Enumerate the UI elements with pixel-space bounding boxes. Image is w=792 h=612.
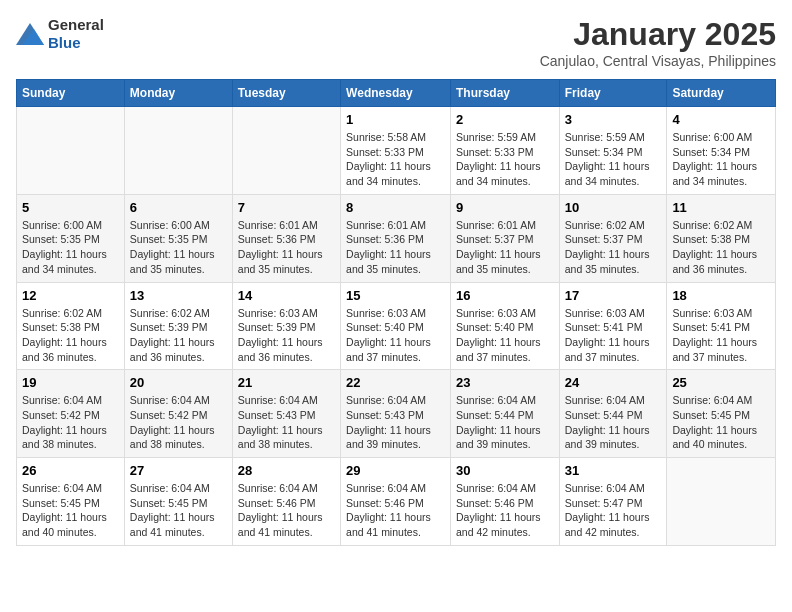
day-detail: Sunrise: 6:04 AMSunset: 5:42 PMDaylight:… xyxy=(130,393,227,452)
calendar-cell: 5Sunrise: 6:00 AMSunset: 5:35 PMDaylight… xyxy=(17,194,125,282)
logo-general: General xyxy=(48,16,104,33)
weekday-header-monday: Monday xyxy=(124,80,232,107)
calendar-cell xyxy=(17,107,125,195)
calendar-cell: 29Sunrise: 6:04 AMSunset: 5:46 PMDayligh… xyxy=(341,458,451,546)
calendar-cell: 3Sunrise: 5:59 AMSunset: 5:34 PMDaylight… xyxy=(559,107,667,195)
day-detail: Sunrise: 6:04 AMSunset: 5:44 PMDaylight:… xyxy=(456,393,554,452)
day-number: 10 xyxy=(565,200,662,215)
day-detail: Sunrise: 6:03 AMSunset: 5:41 PMDaylight:… xyxy=(565,306,662,365)
day-detail: Sunrise: 6:02 AMSunset: 5:38 PMDaylight:… xyxy=(22,306,119,365)
calendar-cell: 30Sunrise: 6:04 AMSunset: 5:46 PMDayligh… xyxy=(450,458,559,546)
calendar-week-row: 26Sunrise: 6:04 AMSunset: 5:45 PMDayligh… xyxy=(17,458,776,546)
logo-blue: Blue xyxy=(48,34,81,51)
day-detail: Sunrise: 6:02 AMSunset: 5:39 PMDaylight:… xyxy=(130,306,227,365)
day-detail: Sunrise: 6:04 AMSunset: 5:44 PMDaylight:… xyxy=(565,393,662,452)
calendar-cell: 19Sunrise: 6:04 AMSunset: 5:42 PMDayligh… xyxy=(17,370,125,458)
day-number: 6 xyxy=(130,200,227,215)
calendar-cell: 8Sunrise: 6:01 AMSunset: 5:36 PMDaylight… xyxy=(341,194,451,282)
weekday-header-saturday: Saturday xyxy=(667,80,776,107)
calendar-cell: 12Sunrise: 6:02 AMSunset: 5:38 PMDayligh… xyxy=(17,282,125,370)
day-detail: Sunrise: 6:00 AMSunset: 5:35 PMDaylight:… xyxy=(130,218,227,277)
day-number: 30 xyxy=(456,463,554,478)
logo-text: General Blue xyxy=(48,16,104,52)
day-number: 27 xyxy=(130,463,227,478)
calendar-cell: 18Sunrise: 6:03 AMSunset: 5:41 PMDayligh… xyxy=(667,282,776,370)
calendar-cell: 25Sunrise: 6:04 AMSunset: 5:45 PMDayligh… xyxy=(667,370,776,458)
day-number: 8 xyxy=(346,200,445,215)
calendar-cell: 31Sunrise: 6:04 AMSunset: 5:47 PMDayligh… xyxy=(559,458,667,546)
day-detail: Sunrise: 6:04 AMSunset: 5:43 PMDaylight:… xyxy=(238,393,335,452)
location-title: Canjulao, Central Visayas, Philippines xyxy=(540,53,776,69)
calendar-cell: 21Sunrise: 6:04 AMSunset: 5:43 PMDayligh… xyxy=(232,370,340,458)
day-number: 18 xyxy=(672,288,770,303)
calendar-cell: 26Sunrise: 6:04 AMSunset: 5:45 PMDayligh… xyxy=(17,458,125,546)
day-detail: Sunrise: 5:59 AMSunset: 5:33 PMDaylight:… xyxy=(456,130,554,189)
weekday-header-thursday: Thursday xyxy=(450,80,559,107)
day-number: 7 xyxy=(238,200,335,215)
logo-icon xyxy=(16,23,44,45)
day-detail: Sunrise: 6:02 AMSunset: 5:38 PMDaylight:… xyxy=(672,218,770,277)
logo: General Blue xyxy=(16,16,104,52)
day-number: 12 xyxy=(22,288,119,303)
day-number: 11 xyxy=(672,200,770,215)
calendar-week-row: 5Sunrise: 6:00 AMSunset: 5:35 PMDaylight… xyxy=(17,194,776,282)
day-number: 13 xyxy=(130,288,227,303)
day-detail: Sunrise: 6:03 AMSunset: 5:41 PMDaylight:… xyxy=(672,306,770,365)
day-detail: Sunrise: 5:58 AMSunset: 5:33 PMDaylight:… xyxy=(346,130,445,189)
calendar-week-row: 12Sunrise: 6:02 AMSunset: 5:38 PMDayligh… xyxy=(17,282,776,370)
day-number: 15 xyxy=(346,288,445,303)
calendar-cell: 7Sunrise: 6:01 AMSunset: 5:36 PMDaylight… xyxy=(232,194,340,282)
calendar-week-row: 1Sunrise: 5:58 AMSunset: 5:33 PMDaylight… xyxy=(17,107,776,195)
calendar-cell: 20Sunrise: 6:04 AMSunset: 5:42 PMDayligh… xyxy=(124,370,232,458)
day-number: 1 xyxy=(346,112,445,127)
day-number: 19 xyxy=(22,375,119,390)
day-number: 26 xyxy=(22,463,119,478)
calendar-cell: 1Sunrise: 5:58 AMSunset: 5:33 PMDaylight… xyxy=(341,107,451,195)
day-detail: Sunrise: 6:04 AMSunset: 5:45 PMDaylight:… xyxy=(22,481,119,540)
calendar-cell: 28Sunrise: 6:04 AMSunset: 5:46 PMDayligh… xyxy=(232,458,340,546)
day-detail: Sunrise: 6:00 AMSunset: 5:34 PMDaylight:… xyxy=(672,130,770,189)
calendar-cell: 10Sunrise: 6:02 AMSunset: 5:37 PMDayligh… xyxy=(559,194,667,282)
calendar-cell: 24Sunrise: 6:04 AMSunset: 5:44 PMDayligh… xyxy=(559,370,667,458)
calendar-cell: 27Sunrise: 6:04 AMSunset: 5:45 PMDayligh… xyxy=(124,458,232,546)
weekday-header-row: SundayMondayTuesdayWednesdayThursdayFrid… xyxy=(17,80,776,107)
day-detail: Sunrise: 6:04 AMSunset: 5:46 PMDaylight:… xyxy=(456,481,554,540)
day-detail: Sunrise: 6:03 AMSunset: 5:40 PMDaylight:… xyxy=(456,306,554,365)
day-number: 16 xyxy=(456,288,554,303)
day-number: 3 xyxy=(565,112,662,127)
day-number: 29 xyxy=(346,463,445,478)
calendar-cell: 4Sunrise: 6:00 AMSunset: 5:34 PMDaylight… xyxy=(667,107,776,195)
weekday-header-wednesday: Wednesday xyxy=(341,80,451,107)
calendar-cell xyxy=(124,107,232,195)
month-title: January 2025 xyxy=(540,16,776,53)
calendar-cell: 15Sunrise: 6:03 AMSunset: 5:40 PMDayligh… xyxy=(341,282,451,370)
calendar-cell: 6Sunrise: 6:00 AMSunset: 5:35 PMDaylight… xyxy=(124,194,232,282)
day-detail: Sunrise: 6:04 AMSunset: 5:46 PMDaylight:… xyxy=(346,481,445,540)
day-detail: Sunrise: 6:04 AMSunset: 5:45 PMDaylight:… xyxy=(672,393,770,452)
day-number: 31 xyxy=(565,463,662,478)
day-detail: Sunrise: 6:04 AMSunset: 5:46 PMDaylight:… xyxy=(238,481,335,540)
day-detail: Sunrise: 6:03 AMSunset: 5:40 PMDaylight:… xyxy=(346,306,445,365)
calendar-cell: 22Sunrise: 6:04 AMSunset: 5:43 PMDayligh… xyxy=(341,370,451,458)
day-detail: Sunrise: 6:04 AMSunset: 5:43 PMDaylight:… xyxy=(346,393,445,452)
day-number: 20 xyxy=(130,375,227,390)
calendar-cell: 2Sunrise: 5:59 AMSunset: 5:33 PMDaylight… xyxy=(450,107,559,195)
calendar-cell: 14Sunrise: 6:03 AMSunset: 5:39 PMDayligh… xyxy=(232,282,340,370)
calendar-cell: 16Sunrise: 6:03 AMSunset: 5:40 PMDayligh… xyxy=(450,282,559,370)
day-detail: Sunrise: 6:01 AMSunset: 5:36 PMDaylight:… xyxy=(346,218,445,277)
weekday-header-friday: Friday xyxy=(559,80,667,107)
weekday-header-tuesday: Tuesday xyxy=(232,80,340,107)
day-detail: Sunrise: 6:01 AMSunset: 5:36 PMDaylight:… xyxy=(238,218,335,277)
calendar-cell: 23Sunrise: 6:04 AMSunset: 5:44 PMDayligh… xyxy=(450,370,559,458)
weekday-header-sunday: Sunday xyxy=(17,80,125,107)
day-detail: Sunrise: 6:00 AMSunset: 5:35 PMDaylight:… xyxy=(22,218,119,277)
calendar-cell: 11Sunrise: 6:02 AMSunset: 5:38 PMDayligh… xyxy=(667,194,776,282)
day-detail: Sunrise: 6:04 AMSunset: 5:42 PMDaylight:… xyxy=(22,393,119,452)
day-detail: Sunrise: 6:03 AMSunset: 5:39 PMDaylight:… xyxy=(238,306,335,365)
day-number: 24 xyxy=(565,375,662,390)
header: General Blue January 2025 Canjulao, Cent… xyxy=(16,16,776,69)
day-number: 17 xyxy=(565,288,662,303)
day-number: 28 xyxy=(238,463,335,478)
day-detail: Sunrise: 6:04 AMSunset: 5:47 PMDaylight:… xyxy=(565,481,662,540)
day-detail: Sunrise: 6:04 AMSunset: 5:45 PMDaylight:… xyxy=(130,481,227,540)
